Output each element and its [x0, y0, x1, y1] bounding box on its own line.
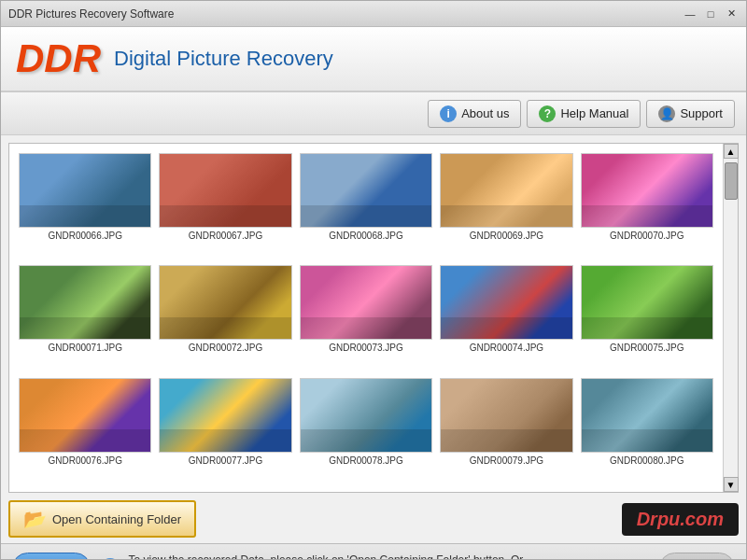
thumbnail-image — [440, 153, 572, 228]
list-item[interactable]: GNDR00067.JPG — [159, 153, 291, 258]
photo-grid: GNDR00066.JPGGNDR00067.JPGGNDR00068.JPGG… — [9, 144, 723, 492]
support-icon: 👤 — [658, 105, 675, 122]
bottom-info-text: To view the recovered Data, please click… — [128, 553, 523, 560]
thumbnail-label: GNDR00072.JPG — [189, 343, 262, 353]
scrollbar-thumb[interactable] — [725, 162, 738, 200]
thumbnail-label: GNDR00078.JPG — [329, 455, 402, 466]
list-item[interactable]: GNDR00069.JPG — [440, 153, 572, 258]
folder-icon: 📂 — [23, 508, 47, 530]
thumbnail-image — [581, 265, 713, 340]
thumbnail-image — [300, 265, 432, 340]
list-item[interactable]: GNDR00080.JPG — [581, 378, 713, 483]
thumbnail-label: GNDR00080.JPG — [610, 455, 684, 466]
support-label: Support — [680, 106, 723, 120]
thumbnail-label: GNDR00066.JPG — [48, 231, 121, 241]
thumbnail-image — [159, 265, 291, 340]
open-folder-label: Open Containing Folder — [52, 512, 181, 526]
scroll-up-arrow[interactable]: ▲ — [724, 144, 739, 159]
list-item[interactable]: GNDR00077.JPG — [159, 378, 291, 483]
list-item[interactable]: GNDR00066.JPG — [19, 153, 151, 258]
info-icon: i — [440, 105, 457, 122]
info-line-1: To view the recovered Data, please click… — [128, 553, 523, 560]
drpu-badge-text: Drpu.com — [637, 509, 724, 529]
about-us-button[interactable]: i About us — [428, 100, 521, 128]
maximize-button[interactable]: □ — [703, 7, 718, 21]
about-us-label: About us — [461, 106, 509, 120]
bottom-bar: ◀ Back i To view the recovered Data, ple… — [1, 543, 746, 560]
title-bar-text: DDR Pictures Recovery Software — [8, 7, 174, 21]
app-title: Digital Picture Recovery — [114, 47, 333, 71]
help-manual-label: Help Manual — [560, 106, 628, 120]
thumbnail-label: GNDR00079.JPG — [470, 455, 543, 466]
thumbnail-label: GNDR00076.JPG — [48, 455, 121, 466]
title-bar-controls[interactable]: — □ ✕ — [683, 7, 739, 21]
list-item[interactable]: GNDR00075.JPG — [581, 265, 713, 370]
list-item[interactable]: GNDR00074.JPG — [440, 265, 572, 370]
thumbnail-label: GNDR00073.JPG — [329, 343, 402, 353]
thumbnail-label: GNDR00075.JPG — [610, 343, 684, 353]
thumbnail-label: GNDR00067.JPG — [189, 231, 262, 241]
main-content: GNDR00066.JPGGNDR00067.JPGGNDR00068.JPGG… — [8, 143, 739, 493]
thumbnail-image — [159, 153, 291, 228]
thumbnail-label: GNDR00074.JPG — [470, 343, 543, 353]
thumbnail-label: GNDR00070.JPG — [610, 231, 684, 241]
list-item[interactable]: GNDR00078.JPG — [300, 378, 432, 483]
thumbnail-label: GNDR00069.JPG — [470, 231, 543, 241]
thumbnail-image — [19, 378, 151, 453]
list-item[interactable]: GNDR00072.JPG — [159, 265, 291, 370]
support-button[interactable]: 👤 Support — [646, 100, 735, 128]
list-item[interactable]: GNDR00073.JPG — [300, 265, 432, 370]
next-button[interactable]: Next ▶ — [659, 553, 735, 560]
list-item[interactable]: GNDR00068.JPG — [300, 153, 432, 258]
list-item[interactable]: GNDR00079.JPG — [440, 378, 572, 483]
scrollbar[interactable]: ▲ ▼ — [723, 144, 738, 492]
app-header: DDR Digital Picture Recovery — [1, 27, 746, 92]
back-button[interactable]: ◀ Back — [12, 553, 91, 560]
toolbar: i About us ? Help Manual 👤 Support — [1, 92, 746, 135]
title-bar: DDR Pictures Recovery Software — □ ✕ — [1, 1, 746, 27]
thumbnail-image — [19, 265, 151, 340]
bottom-info: i To view the recovered Data, please cli… — [100, 553, 649, 560]
thumbnail-image — [300, 378, 432, 453]
close-button[interactable]: ✕ — [724, 7, 739, 21]
minimize-button[interactable]: — — [683, 7, 698, 21]
list-item[interactable]: GNDR00070.JPG — [581, 153, 713, 258]
thumbnail-label: GNDR00071.JPG — [48, 343, 121, 353]
thumbnail-image — [581, 378, 713, 453]
help-manual-button[interactable]: ? Help Manual — [527, 100, 641, 128]
thumbnail-image — [159, 378, 291, 453]
scroll-down-arrow[interactable]: ▼ — [724, 477, 739, 492]
thumbnail-image — [440, 265, 572, 340]
thumbnail-image — [440, 378, 572, 453]
thumbnail-image — [300, 153, 432, 228]
list-item[interactable]: GNDR00076.JPG — [19, 378, 151, 483]
help-icon: ? — [539, 105, 556, 122]
thumbnail-label: GNDR00068.JPG — [329, 231, 402, 241]
ddr-logo: DDR — [16, 39, 101, 78]
list-item[interactable]: GNDR00071.JPG — [19, 265, 151, 370]
thumbnail-image — [19, 153, 151, 228]
thumbnail-label: GNDR00077.JPG — [189, 455, 262, 466]
thumbnail-image — [581, 153, 713, 228]
open-folder-button[interactable]: 📂 Open Containing Folder — [8, 500, 196, 538]
drpu-badge: Drpu.com — [622, 503, 739, 536]
action-bar: 📂 Open Containing Folder Drpu.com — [8, 500, 739, 538]
